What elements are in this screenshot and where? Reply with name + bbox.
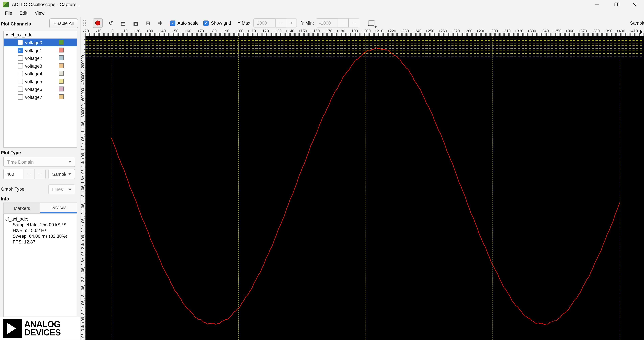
y-tick-label: -2.4e+06: [80, 235, 85, 251]
graph-type-value: Lines: [52, 187, 66, 192]
maximize-button[interactable]: [606, 0, 625, 9]
y-max-increment-button[interactable]: +: [286, 18, 297, 27]
y-tick-label: -2.2e+06: [80, 218, 85, 234]
plot-area[interactable]: [85, 36, 644, 340]
channel-row-voltage0[interactable]: voltage0: [4, 38, 77, 46]
capture-record-button[interactable]: [93, 18, 102, 28]
window-layout-icon: ⊞: [146, 20, 150, 26]
y-min-input[interactable]: -1000: [316, 18, 338, 27]
logo-line1: ANALOG: [24, 320, 61, 329]
channel-checkbox-voltage4[interactable]: [18, 71, 23, 76]
channel-row-voltage4[interactable]: voltage4: [4, 70, 77, 77]
axis-scroll-right-icon[interactable]: [640, 30, 643, 34]
expander-icon[interactable]: [6, 34, 8, 36]
x-axis-ticks: [85, 33, 644, 36]
minimize-button[interactable]: [588, 0, 606, 9]
y-max-input[interactable]: 1000: [254, 18, 276, 27]
channel-row-voltage6[interactable]: voltage6: [4, 85, 77, 93]
y-min-increment-button[interactable]: +: [349, 18, 360, 27]
channel-color-swatch[interactable]: [59, 63, 64, 68]
menu-view[interactable]: View: [31, 10, 48, 16]
channel-label: voltage0: [25, 40, 42, 45]
channel-color-swatch[interactable]: [59, 87, 64, 91]
device-info-panel: cf_axi_adc: SampleRate: 256.00 kSPS Hz/B…: [3, 214, 77, 317]
plot-type-value: Time Domain: [7, 159, 66, 164]
channel-row-voltage5[interactable]: voltage5: [4, 77, 77, 85]
channel-color-swatch[interactable]: [59, 55, 64, 60]
tab-markers[interactable]: Markers: [4, 203, 40, 213]
show-grid-toggle[interactable]: ✓ Show grid: [204, 20, 231, 26]
save-button[interactable]: ▤: [118, 18, 128, 28]
y-max-decrement-button[interactable]: −: [276, 18, 286, 27]
title-bar: ADI IIO Oscilloscope - Capture1: [0, 0, 644, 9]
channel-row-voltage2[interactable]: voltage2: [4, 54, 77, 62]
y-min-decrement-button[interactable]: −: [338, 18, 349, 27]
channel-color-swatch[interactable]: [59, 94, 64, 99]
channel-checkbox-voltage5[interactable]: [18, 79, 23, 84]
y-tick-label: -3.4e+06: [80, 317, 85, 333]
enable-all-button[interactable]: Enable All: [49, 18, 78, 28]
auto-scale-checkbox[interactable]: ✓: [170, 20, 176, 26]
channel-color-swatch[interactable]: [59, 40, 64, 45]
auto-scale-label: Auto scale: [178, 20, 198, 25]
toolbar-grip-icon[interactable]: [83, 20, 86, 26]
sample-unit-value: Samples: [52, 171, 66, 176]
channel-checkbox-voltage7[interactable]: [18, 94, 23, 100]
menu-edit[interactable]: Edit: [16, 10, 31, 16]
x-tick-label: +190: [349, 29, 358, 33]
vertical-gridline: [366, 36, 366, 340]
x-tick-label: +40: [159, 29, 166, 33]
channel-row-voltage7[interactable]: voltage7: [4, 93, 77, 101]
close-button[interactable]: [625, 0, 644, 9]
sample-count-increment-button[interactable]: +: [34, 169, 46, 179]
y-tick-label: -200000: [80, 55, 85, 69]
tile-windows-button[interactable]: ▦: [131, 18, 140, 28]
x-tick-label: +370: [578, 29, 587, 33]
auto-scale-toggle[interactable]: ✓ Auto scale: [170, 20, 198, 26]
plot-toolbar: ↺ ▤ ▦ ⊞ ✚ ✓ Auto scale: [80, 17, 644, 29]
x-tick-label: +360: [566, 29, 574, 33]
x-tick-label: +180: [336, 29, 345, 33]
plot-type-select[interactable]: Time Domain: [3, 157, 75, 167]
restore-icon: [614, 3, 618, 6]
tab-devices[interactable]: Devices: [40, 203, 77, 213]
channel-color-swatch[interactable]: [59, 48, 64, 52]
show-grid-checkbox[interactable]: ✓: [204, 20, 209, 26]
channel-color-swatch[interactable]: [59, 79, 64, 84]
x-tick-label: +100: [234, 29, 244, 33]
info-device-line: cf_axi_adc:: [6, 216, 75, 222]
channel-checkbox-voltage0[interactable]: [18, 40, 23, 45]
pan-button[interactable]: ✚: [155, 18, 165, 28]
sample-count-spinner: 400 − +: [3, 169, 46, 179]
app-icon: [3, 2, 8, 7]
y-tick-label: -600000: [80, 88, 85, 102]
y-tick-label: -2e+06: [80, 204, 85, 216]
menu-file[interactable]: File: [1, 10, 16, 16]
window-layout-button[interactable]: ⊞: [143, 18, 153, 28]
channel-label: voltage4: [25, 71, 42, 76]
y-tick-label: -1.6e+06: [80, 170, 85, 185]
channel-checkbox-voltage6[interactable]: [18, 87, 23, 92]
sample-unit-select[interactable]: Samples: [48, 169, 75, 179]
channel-checkbox-voltage1[interactable]: ✓: [18, 48, 23, 53]
x-tick-label: +90: [223, 29, 229, 33]
save-icon: ▤: [121, 20, 126, 26]
x-tick-label: +290: [476, 29, 485, 33]
channel-color-swatch[interactable]: [59, 71, 64, 76]
x-tick-label: +200: [362, 29, 371, 33]
single-capture-icon: ↺: [109, 20, 113, 26]
close-icon: [632, 2, 637, 7]
channel-row-voltage1[interactable]: ✓voltage1: [4, 46, 77, 54]
sample-count-decrement-button[interactable]: −: [24, 169, 35, 179]
channel-checkbox-voltage3[interactable]: [18, 63, 23, 68]
info-samplerate-line: SampleRate: 256.00 kSPS: [6, 222, 75, 228]
single-capture-button[interactable]: ↺: [106, 18, 116, 28]
new-plot-button[interactable]: +: [365, 18, 378, 28]
record-icon: [95, 20, 100, 25]
channel-row-voltage3[interactable]: voltage3: [4, 62, 77, 70]
brand-logo: ANALOG DEVICES: [0, 317, 80, 340]
graph-type-select[interactable]: Lines: [48, 184, 75, 194]
device-tree-header[interactable]: cf_axi_adc: [4, 31, 77, 39]
channel-checkbox-voltage2[interactable]: [18, 55, 23, 61]
sample-count-input[interactable]: 400: [3, 169, 23, 179]
